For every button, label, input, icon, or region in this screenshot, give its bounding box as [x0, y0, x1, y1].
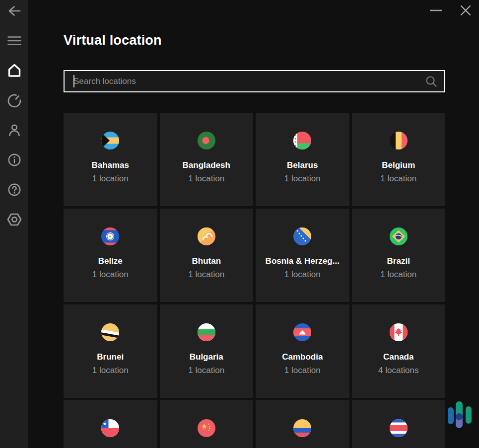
brunei-flag-icon [101, 323, 119, 341]
info-icon [6, 152, 22, 168]
minimize-icon [430, 9, 442, 11]
country-location-count: 1 location [92, 270, 129, 280]
country-card-bhutan[interactable]: Bhutan 1 location [160, 209, 254, 302]
logo-bar-teal-right [466, 406, 472, 424]
country-location-count: 1 location [380, 270, 416, 280]
search-box[interactable] [64, 70, 445, 92]
menu-button[interactable] [0, 30, 28, 52]
country-name: Cambodia [282, 352, 323, 362]
logo-dot-navy [456, 413, 463, 420]
bahamas-flag-icon [101, 132, 119, 149]
account-button[interactable] [0, 119, 28, 141]
country-card-china[interactable] [160, 400, 254, 448]
account-icon [6, 122, 23, 139]
close-icon [460, 5, 471, 16]
help-button[interactable] [0, 179, 28, 201]
close-button[interactable] [452, 0, 479, 21]
text-caret [73, 75, 74, 87]
country-card-brazil[interactable]: Brazil 1 location [352, 209, 446, 302]
search-icon [425, 75, 438, 88]
belarus-flag-icon [293, 132, 311, 149]
country-card-cambodia[interactable]: Cambodia 1 location [256, 304, 349, 398]
country-name: Belarus [287, 160, 318, 170]
back-icon [6, 3, 22, 18]
country-location-count: 1 location [380, 174, 416, 184]
sidebar [0, 0, 28, 448]
settings-button[interactable] [0, 209, 28, 230]
country-location-count: 1 location [284, 366, 321, 375]
chile-flag-icon [101, 419, 119, 437]
country-card-colombia[interactable] [256, 400, 349, 448]
country-card-bangladesh[interactable]: Bangladesh 1 location [160, 113, 254, 206]
country-location-count: 4 locations [378, 366, 418, 375]
country-location-count: 1 location [188, 366, 224, 375]
country-name: Belgium [382, 160, 415, 170]
brand-logo [448, 401, 473, 429]
country-card-chile[interactable] [64, 400, 157, 448]
menu-icon [7, 33, 22, 48]
home-icon [6, 62, 23, 79]
help-icon [6, 182, 22, 198]
country-name: Bhutan [192, 256, 221, 266]
minimize-button[interactable] [422, 0, 450, 21]
logo-bar-blue [448, 407, 454, 424]
country-location-count: 1 location [188, 174, 224, 184]
bosnia-flag-icon [293, 227, 311, 245]
country-card-canada[interactable]: Canada 4 locations [352, 304, 446, 398]
country-location-count: 1 location [284, 174, 321, 184]
canada-flag-icon [390, 323, 408, 341]
cambodia-flag-icon [293, 323, 311, 341]
country-card-belgium[interactable]: Belgium 1 location [352, 113, 446, 206]
bulgaria-flag-icon [198, 323, 215, 341]
country-name: Belize [98, 256, 123, 266]
search-input[interactable] [65, 71, 425, 91]
country-card-belarus[interactable]: Belarus 1 location [256, 113, 349, 206]
china-flag-icon [198, 419, 215, 437]
bangladesh-flag-icon [198, 132, 215, 149]
home-button[interactable] [0, 60, 28, 81]
country-card-brunei[interactable]: Brunei 1 location [64, 304, 157, 398]
country-name: Canada [383, 352, 413, 362]
country-card-bahamas[interactable]: Bahamas 1 location [64, 113, 157, 206]
country-name: Bangladesh [183, 160, 230, 170]
country-card-costa-rica[interactable] [352, 400, 446, 448]
belize-flag-icon [101, 227, 119, 245]
country-grid: Bahamas 1 location Bangladesh 1 location… [64, 113, 445, 448]
colombia-flag-icon [293, 419, 311, 437]
back-button[interactable] [0, 0, 28, 22]
page-title: Virtual location [64, 33, 162, 48]
country-location-count: 1 location [188, 270, 224, 280]
country-card-belize[interactable]: Belize 1 location [64, 209, 157, 302]
brazil-flag-icon [390, 227, 408, 245]
bhutan-flag-icon [198, 227, 215, 245]
belgium-flag-icon [390, 132, 408, 149]
costa-rica-flag-icon [390, 419, 408, 437]
country-card-bulgaria[interactable]: Bulgaria 1 location [160, 304, 254, 398]
country-name: Brazil [387, 256, 410, 266]
speedometer-icon [6, 92, 23, 109]
country-name: Brunei [97, 352, 124, 362]
country-location-count: 1 location [284, 270, 321, 280]
country-location-count: 1 location [92, 366, 129, 375]
country-location-count: 1 location [92, 174, 129, 184]
country-name: Bosnia & Herzeg... [266, 256, 340, 266]
country-card-bosnia[interactable]: Bosnia & Herzeg... 1 location [256, 209, 349, 302]
settings-icon [5, 211, 23, 228]
country-name: Bulgaria [190, 352, 223, 362]
info-button[interactable] [0, 149, 28, 171]
country-name: Bahamas [91, 160, 129, 170]
speed-test-button[interactable] [0, 90, 28, 112]
